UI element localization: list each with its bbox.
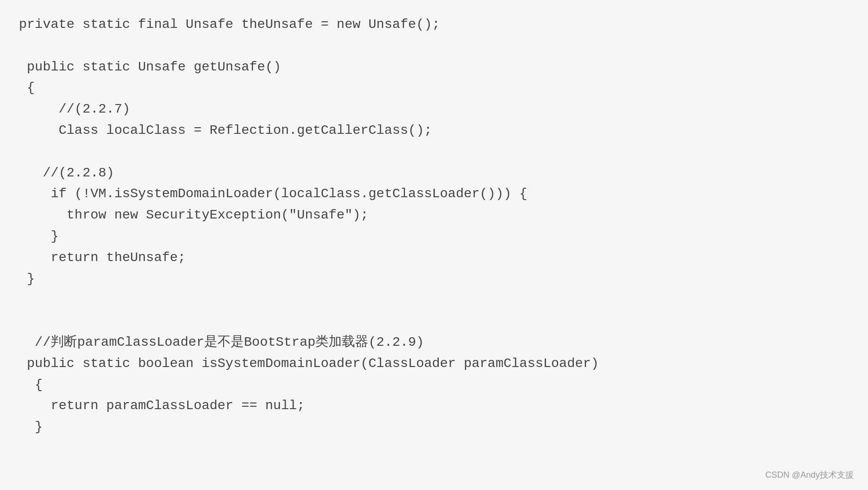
code-container: private static final Unsafe theUnsafe = … — [0, 0, 868, 490]
watermark: CSDN @Andy技术支援 — [765, 469, 854, 481]
code-block: private static final Unsafe theUnsafe = … — [19, 14, 849, 438]
